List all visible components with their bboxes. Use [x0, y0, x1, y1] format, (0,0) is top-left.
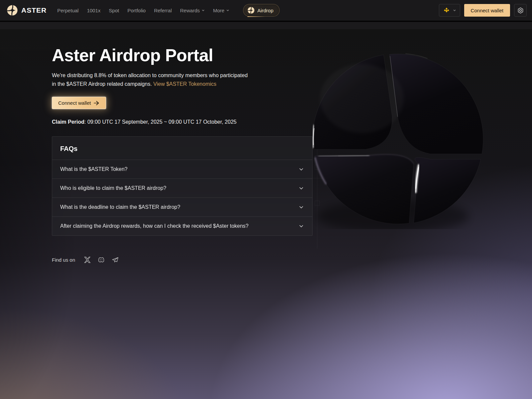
bnb-chain-icon: [443, 7, 450, 14]
chevron-down-icon: [298, 185, 304, 191]
chevron-down-icon: [453, 9, 456, 12]
discord-icon: [97, 256, 105, 264]
claim-period: Claim Period: 09:00 UTC 17 September, 20…: [52, 119, 321, 125]
hero-content: Aster Airdrop Portal We're distributing …: [52, 45, 321, 264]
nav-item-spot[interactable]: Spot: [109, 8, 119, 13]
tokenomics-link[interactable]: View $ASTER Tokenomics: [153, 81, 216, 87]
faq-row-check-tokens[interactable]: After claiming the Airdrop rewards, how …: [52, 217, 312, 235]
claim-period-value: : 09:00 UTC 17 September, 2025 ~ 09:00 U…: [84, 119, 237, 125]
aster-3d-logo: [308, 48, 489, 229]
main-nav: Perpetual 1001x Spot Portfolio Referral …: [57, 4, 280, 17]
find-us-label: Find us on: [52, 257, 75, 263]
brand-name: ASTER: [21, 6, 47, 14]
airdrop-portal-page: ASTER Perpetual 1001x Spot Portfolio Ref…: [0, 0, 532, 399]
nav-item-1001x[interactable]: 1001x: [87, 8, 100, 13]
top-navbar: ASTER Perpetual 1001x Spot Portfolio Ref…: [0, 0, 532, 21]
faq-title: FAQs: [60, 145, 304, 153]
navbar-right: Connect wallet: [439, 4, 527, 17]
nav-item-perpetual[interactable]: Perpetual: [57, 8, 78, 13]
faq-row-what-is-aster[interactable]: What is the $ASTER Token?: [52, 160, 312, 179]
claim-period-label: Claim Period: [52, 119, 84, 125]
settings-button[interactable]: [514, 4, 527, 17]
x-twitter-icon: [84, 256, 91, 263]
page-title: Aster Airdrop Portal: [52, 45, 321, 65]
aster-logo-icon: [247, 7, 255, 14]
x-twitter-link[interactable]: [83, 256, 91, 264]
arrow-right-icon: [94, 101, 100, 105]
hero-description-text: We're distributing 8.8% of token allocat…: [52, 72, 248, 87]
faq-header: FAQs: [52, 137, 312, 160]
network-selector-dropdown[interactable]: [439, 4, 460, 17]
telegram-icon: [111, 256, 119, 264]
nav-item-airdrop-active[interactable]: Airdrop: [243, 4, 280, 17]
nav-item-referral[interactable]: Referral: [154, 8, 172, 13]
chevron-down-icon: [201, 9, 205, 12]
discord-link[interactable]: [97, 256, 105, 264]
nav-item-rewards[interactable]: Rewards: [180, 8, 205, 13]
nav-item-portfolio[interactable]: Portfolio: [127, 8, 146, 13]
hero-section: Aster Airdrop Portal We're distributing …: [0, 29, 532, 399]
chevron-down-icon: [298, 223, 304, 229]
connect-wallet-cta-label: Connect wallet: [58, 100, 91, 106]
aster-brand[interactable]: ASTER: [7, 5, 47, 16]
chevron-down-icon: [298, 166, 304, 172]
nav-item-more[interactable]: More: [213, 8, 229, 13]
aster-logo-icon: [7, 5, 18, 16]
sub-navbar-strip: [0, 22, 532, 29]
faq-panel: FAQs What is the $ASTER Token? Who is el…: [52, 136, 313, 236]
connect-wallet-cta-button[interactable]: Connect wallet: [52, 97, 106, 109]
hero-description: We're distributing 8.8% of token allocat…: [52, 71, 251, 88]
faq-row-deadline[interactable]: What is the deadline to claim the $ASTER…: [52, 198, 312, 217]
chevron-down-icon: [226, 9, 229, 12]
chevron-down-icon: [298, 204, 304, 210]
connect-wallet-button[interactable]: Connect wallet: [464, 4, 510, 17]
faq-row-who-is-eligible[interactable]: Who is eligible to claim the $ASTER aird…: [52, 179, 312, 198]
airdrop-tab-label: Airdrop: [257, 8, 273, 13]
social-links: Find us on: [52, 256, 321, 264]
settings-gear-icon: [517, 7, 524, 14]
telegram-link[interactable]: [111, 256, 119, 264]
